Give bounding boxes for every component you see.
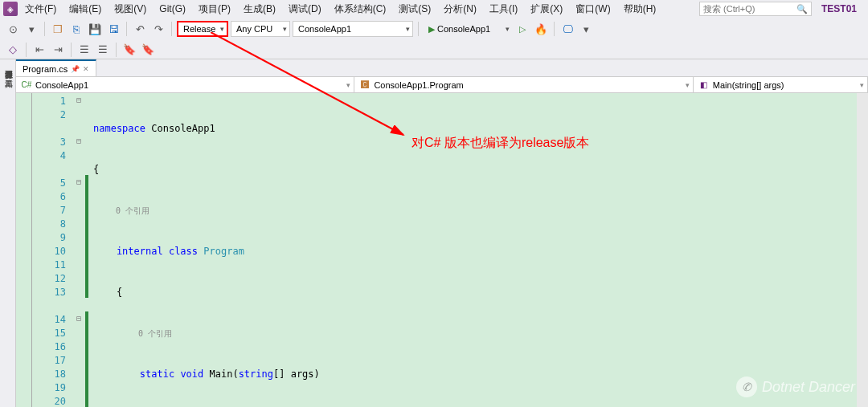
main-toolbar: ⊙ ▾ ❐ ⎘ 💾 🖫 ↶ ↷ Release Any CPU ConsoleA… [0,18,868,40]
method-icon: ◧ [698,79,710,91]
new-item-button[interactable]: ❐ [50,21,66,37]
vertical-scrollbar[interactable] [857,93,868,407]
code-text[interactable]: namespace ConsoleApp1 { 0 个引用 internal c… [88,93,868,407]
separator [116,43,117,57]
menu-file[interactable]: 文件(F) [19,1,62,18]
separator [126,22,127,36]
file-tab-label: Program.cs [23,64,68,74]
csharp-project-icon: C# [21,79,32,91]
menu-analyze[interactable]: 分析(N) [438,1,482,18]
solution-platform-dropdown[interactable]: Any CPU [231,21,290,37]
vtab-server-explorer[interactable]: 服务器资源管理器 [0,59,15,69]
hot-reload-button[interactable]: 🔥 [533,21,549,37]
menu-edit[interactable]: 编辑(E) [63,1,107,18]
separator [44,22,45,36]
app-insights-button[interactable]: ◇ [5,42,21,58]
editor-area: Program.cs 📌 ✕ C# ConsoleApp1 🅲 ConsoleA… [16,59,868,407]
nav-back-button[interactable]: ⊙ [5,21,21,37]
indent-less-button[interactable]: ⇤ [31,42,47,58]
menu-git[interactable]: Git(G) [154,2,191,16]
code-editor[interactable]: 123456789101112131415161718192021222324 … [16,93,868,407]
menu-architecture[interactable]: 体系结构(C) [329,1,392,18]
main-area: 服务器资源管理器 工具箱 Program.cs 📌 ✕ C# ConsoleAp… [0,59,868,407]
class-icon: 🅲 [359,79,371,91]
user-badge[interactable]: TEST01 [813,3,865,14]
search-icon: 🔍 [796,4,808,14]
comment-button[interactable]: ☰ [76,42,92,58]
menu-test[interactable]: 测试(S) [393,1,436,18]
nav-method-dropdown[interactable]: ◧ Main(string[] args) [694,77,868,92]
pin-icon[interactable]: 📌 [71,65,80,73]
separator [171,22,172,36]
nav-project-dropdown[interactable]: C# ConsoleApp1 [16,77,354,92]
redo-button[interactable]: ↷ [150,21,166,37]
vtab-toolbox[interactable]: 工具箱 [0,69,15,79]
undo-button[interactable]: ↶ [132,21,148,37]
separator [554,22,555,36]
search-input[interactable] [703,4,784,14]
menu-bar: ◈ 文件(F) 编辑(E) 视图(V) Git(G) 项目(P) 生成(B) 调… [0,0,868,18]
menu-project[interactable]: 项目(P) [193,1,236,18]
menu-view[interactable]: 视图(V) [108,1,152,18]
dropdown-extra-button[interactable]: ▾ [578,21,594,37]
vertical-tab-well: 服务器资源管理器 工具箱 [0,59,16,407]
save-all-button[interactable]: 🖫 [105,21,121,37]
file-tab-bar: Program.cs 📌 ✕ [16,59,868,77]
bookmark-next-button[interactable]: 🔖 [140,42,156,58]
menu-window[interactable]: 窗口(W) [570,1,616,18]
vs-logo-icon: ◈ [3,2,18,16]
nav-forward-button[interactable]: ▾ [23,21,39,37]
nav-class-dropdown[interactable]: 🅲 ConsoleApp1.Program [354,77,693,92]
menu-extensions[interactable]: 扩展(X) [525,1,568,18]
menu-build[interactable]: 生成(B) [238,1,281,18]
uncomment-button[interactable]: ☰ [95,42,111,58]
breakpoint-margin[interactable] [16,93,32,407]
separator [71,43,72,57]
fold-column[interactable]: ⊟⊟⊟⊟ [72,93,85,407]
secondary-toolbar: ◇ ⇤ ⇥ ☰ ☰ 🔖 🔖 [0,40,868,59]
close-icon[interactable]: ✕ [83,65,89,73]
play-icon: ▶ [428,24,435,35]
separator [26,43,27,57]
run-no-debug-button[interactable]: ▷ [514,21,530,37]
nav-dropdown-bar: C# ConsoleApp1 🅲 ConsoleApp1.Program ◧ M… [16,77,868,93]
menu-help[interactable]: 帮助(H) [618,1,662,18]
save-button[interactable]: 💾 [87,21,103,37]
menu-debug[interactable]: 调试(D) [283,1,327,18]
startup-project-dropdown[interactable]: ConsoleApp1 [293,21,413,37]
indent-more-button[interactable]: ⇥ [50,42,66,58]
open-button[interactable]: ⎘ [68,21,84,37]
separator [418,22,419,36]
run-button[interactable]: ▶ ConsoleApp1 [424,21,512,37]
bookmark-button[interactable]: 🔖 [121,42,137,58]
menu-tools[interactable]: 工具(I) [484,1,523,18]
browse-button[interactable]: 🖵 [559,21,575,37]
file-tab-program-cs[interactable]: Program.cs 📌 ✕ [16,59,96,76]
search-box[interactable]: 🔍 [699,2,812,16]
solution-config-dropdown[interactable]: Release [177,21,228,37]
line-number-gutter: 123456789101112131415161718192021222324 [32,93,72,407]
